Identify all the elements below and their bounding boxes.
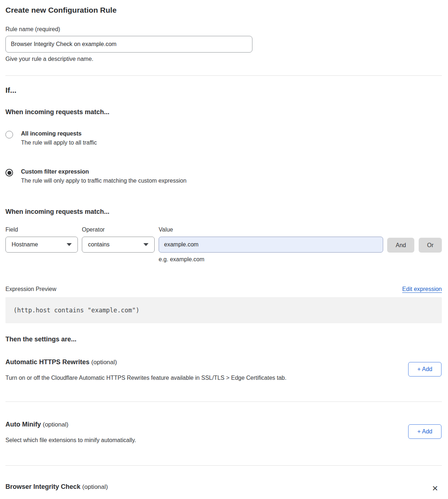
chevron-down-icon	[67, 243, 72, 246]
radio-description: The rule will only apply to traffic matc…	[21, 178, 187, 184]
operator-select[interactable]: contains	[82, 237, 155, 253]
rule-name-helper: Give your rule a descriptive name.	[5, 56, 442, 62]
divider	[5, 402, 442, 402]
create-configuration-rule-form: Create new Configuration Rule Rule name …	[0, 0, 448, 499]
operator-select-value: contains	[88, 241, 110, 248]
setting-title: Browser Integrity Check (optional)	[5, 483, 224, 491]
setting-description: Turn on or off the Cloudflare Automatic …	[5, 375, 286, 381]
setting-name: Browser Integrity Check	[5, 483, 80, 490]
divider	[5, 75, 442, 76]
if-heading: If...	[5, 86, 442, 95]
radio-button-selected[interactable]	[5, 169, 13, 176]
expression-builder-row: Field Hostname Operator contains Value e…	[5, 226, 442, 263]
and-button[interactable]: And	[387, 238, 414, 253]
radio-option-custom-filter-expression[interactable]: Custom filter expression The rule will o…	[5, 169, 442, 184]
edit-expression-link[interactable]: Edit expression	[402, 286, 442, 292]
setting-name: Auto Minify	[5, 421, 41, 428]
field-select-value: Hostname	[12, 241, 38, 248]
add-automatic-https-rewrites-button[interactable]: + Add	[408, 362, 441, 377]
or-button[interactable]: Or	[419, 238, 442, 253]
setting-optional: (optional)	[43, 421, 68, 428]
setting-description: Select which file extensions to minify a…	[5, 437, 136, 444]
field-column: Field Hostname	[5, 226, 82, 253]
page-title: Create new Configuration Rule	[5, 6, 442, 14]
expression-preview-code: (http.host contains "example.com")	[5, 297, 442, 323]
then-heading: Then the settings are...	[5, 336, 442, 343]
operator-column: Operator contains	[82, 226, 159, 253]
value-label: Value	[159, 226, 383, 233]
add-auto-minify-button[interactable]: + Add	[408, 424, 441, 439]
close-icon[interactable]: ✕	[432, 485, 438, 492]
value-column: Value e.g. example.com	[159, 226, 383, 263]
expression-preview-label: Expression Preview	[5, 286, 56, 292]
divider	[5, 465, 442, 466]
setting-name: Automatic HTTPS Rewrites	[5, 358, 89, 366]
rule-name-label: Rule name (required)	[5, 26, 442, 33]
operator-label: Operator	[82, 226, 159, 233]
radio-label: Custom filter expression	[21, 169, 187, 175]
radio-label: All incoming requests	[21, 130, 97, 137]
rule-name-input[interactable]	[5, 36, 252, 53]
match-heading: When incoming requests match...	[5, 108, 442, 116]
setting-browser-integrity-check: Browser Integrity Check (optional) Turn …	[5, 483, 442, 499]
setting-optional: (optional)	[82, 483, 108, 490]
field-label: Field	[5, 226, 82, 233]
setting-automatic-https-rewrites: Automatic HTTPS Rewrites (optional) Turn…	[5, 358, 442, 381]
expression-preview-header: Expression Preview Edit expression	[5, 286, 442, 292]
radio-description: The rule will apply to all traffic	[21, 140, 97, 146]
setting-title: Auto Minify (optional)	[5, 421, 136, 428]
setting-auto-minify: Auto Minify (optional) Select which file…	[5, 421, 442, 444]
field-select[interactable]: Hostname	[5, 237, 78, 253]
value-input[interactable]	[159, 237, 383, 253]
setting-optional: (optional)	[91, 359, 117, 366]
chevron-down-icon	[143, 243, 148, 246]
value-helper: e.g. example.com	[159, 256, 383, 263]
builder-heading: When incoming requests match...	[5, 208, 442, 216]
radio-button[interactable]	[5, 131, 13, 138]
radio-option-all-incoming-requests[interactable]: All incoming requests The rule will appl…	[5, 130, 442, 146]
setting-title: Automatic HTTPS Rewrites (optional)	[5, 358, 286, 366]
